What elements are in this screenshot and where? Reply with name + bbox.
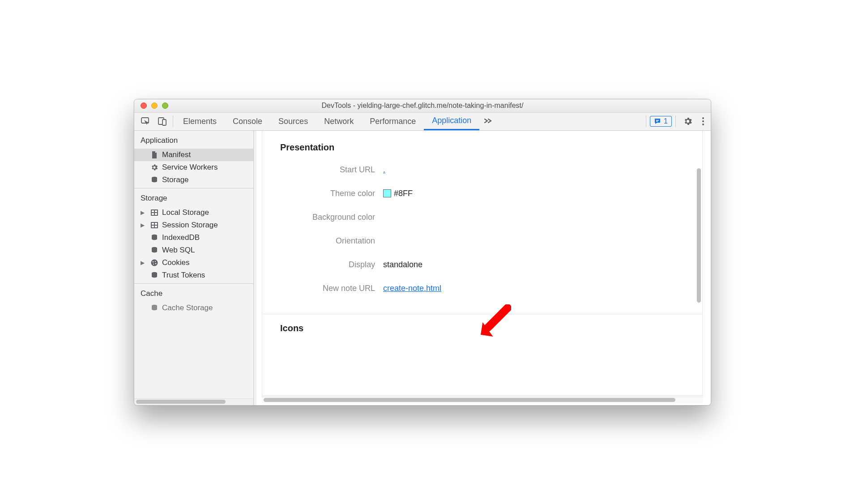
grid-icon — [150, 221, 158, 229]
chevron-right-icon: ▶ — [141, 222, 145, 228]
color-swatch-icon — [383, 189, 391, 197]
more-tabs-button[interactable] — [479, 117, 497, 126]
sidebar: Application Manifest Service Workers Sto… — [134, 131, 254, 405]
sidebar-item-websql[interactable]: Web SQL — [134, 244, 253, 256]
body-area: Application Manifest Service Workers Sto… — [134, 131, 711, 405]
tab-performance[interactable]: Performance — [362, 113, 424, 130]
sidebar-item-cache-storage[interactable]: Cache Storage — [134, 302, 253, 314]
section-heading-presentation: Presentation — [262, 131, 702, 158]
scrollbar-thumb[interactable] — [136, 400, 226, 404]
database-icon — [150, 304, 158, 312]
sidebar-item-local-storage[interactable]: ▶ Local Storage — [134, 206, 253, 219]
svg-rect-3 — [656, 120, 659, 121]
sidebar-item-indexeddb[interactable]: IndexedDB — [134, 231, 253, 244]
main-vertical-scrollbar[interactable] — [696, 132, 701, 329]
sidebar-item-storage-overview[interactable]: Storage — [134, 174, 253, 186]
label-new-note-url: New note URL — [262, 284, 383, 293]
sidebar-item-label: Cache Storage — [162, 303, 213, 312]
main-panel: Presentation Start URL . Theme color #8F… — [256, 131, 711, 405]
theme-color-value: #8FF — [394, 189, 413, 198]
sidebar-item-manifest[interactable]: Manifest — [134, 149, 253, 161]
svg-rect-12 — [152, 213, 154, 215]
sidebar-item-label: Trust Tokens — [162, 271, 205, 280]
maximize-window-button[interactable] — [162, 103, 168, 109]
svg-point-5 — [702, 117, 704, 119]
svg-point-6 — [702, 120, 704, 122]
titlebar: DevTools - yielding-large-chef.glitch.me… — [134, 99, 711, 113]
label-start-url: Start URL — [262, 165, 383, 175]
toolbar-separator — [173, 115, 173, 127]
tab-elements[interactable]: Elements — [175, 113, 225, 130]
label-display: Display — [262, 260, 383, 269]
svg-point-7 — [702, 124, 704, 125]
tab-application[interactable]: Application — [424, 113, 479, 130]
label-theme-color: Theme color — [262, 189, 383, 198]
settings-icon[interactable] — [679, 115, 696, 128]
inspect-element-icon[interactable] — [137, 115, 154, 128]
scrollbar-thumb[interactable] — [264, 398, 675, 402]
issues-button[interactable]: 1 — [650, 116, 672, 127]
chevron-right-icon: ▶ — [141, 209, 145, 216]
device-toolbar-icon[interactable] — [154, 115, 171, 128]
tab-console[interactable]: Console — [225, 113, 270, 130]
svg-rect-17 — [152, 226, 154, 227]
sidebar-section-storage: Storage — [134, 188, 253, 206]
sidebar-item-service-workers[interactable]: Service Workers — [134, 161, 253, 174]
sidebar-item-label: Storage — [162, 175, 189, 184]
database-icon — [150, 271, 158, 279]
sidebar-item-label: Service Workers — [162, 163, 218, 172]
gear-icon — [150, 163, 158, 171]
sidebar-item-label: Session Storage — [162, 221, 218, 230]
main-scroll-area: Presentation Start URL . Theme color #8F… — [262, 131, 703, 396]
scrollbar-thumb[interactable] — [697, 168, 701, 303]
window-controls — [141, 103, 168, 109]
sidebar-item-session-storage[interactable]: ▶ Session Storage — [134, 219, 253, 231]
window-title: DevTools - yielding-large-chef.glitch.me… — [134, 102, 711, 110]
row-background-color: Background color — [262, 205, 702, 229]
toolbar-separator — [646, 115, 646, 127]
tab-sources[interactable]: Sources — [270, 113, 316, 130]
sidebar-item-label: Cookies — [162, 258, 189, 267]
svg-rect-18 — [155, 226, 157, 227]
close-window-button[interactable] — [141, 103, 147, 109]
row-start-url: Start URL . — [262, 158, 702, 182]
kebab-menu-icon[interactable] — [698, 115, 708, 128]
sidebar-section-cache: Cache — [134, 284, 253, 302]
sidebar-item-label: Web SQL — [162, 246, 195, 255]
row-orientation: Orientation — [262, 229, 702, 253]
sidebar-horizontal-scrollbar[interactable] — [134, 398, 253, 405]
database-icon — [150, 234, 158, 242]
svg-rect-10 — [152, 210, 154, 212]
database-icon — [150, 246, 158, 254]
sidebar-item-cookies[interactable]: ▶ Cookies — [134, 256, 253, 269]
issues-count: 1 — [664, 117, 668, 125]
section-heading-icons: Icons — [262, 314, 702, 339]
sidebar-item-trust-tokens[interactable]: Trust Tokens — [134, 269, 253, 282]
row-theme-color: Theme color #8FF — [262, 182, 702, 205]
sidebar-item-label: IndexedDB — [162, 233, 200, 242]
svg-rect-11 — [155, 210, 157, 212]
cookie-icon — [150, 259, 158, 267]
main-toolbar: Elements Console Sources Network Perform… — [134, 113, 711, 131]
panel-tabs: Elements Console Sources Network Perform… — [175, 113, 479, 130]
svg-point-22 — [153, 261, 154, 262]
main-horizontal-scrollbar[interactable] — [262, 397, 703, 403]
minimize-window-button[interactable] — [151, 103, 158, 109]
row-display: Display standalone — [262, 253, 702, 277]
svg-rect-2 — [162, 120, 166, 125]
svg-point-25 — [153, 263, 154, 264]
row-new-note-url: New note URL create-note.html — [262, 277, 702, 300]
start-url-link[interactable]: . — [383, 165, 385, 175]
sidebar-item-label: Local Storage — [162, 208, 209, 217]
toolbar-separator — [675, 115, 676, 127]
tab-network[interactable]: Network — [316, 113, 362, 130]
svg-rect-4 — [656, 121, 658, 122]
file-icon — [150, 151, 158, 159]
chevron-right-icon: ▶ — [141, 260, 145, 266]
issues-icon — [654, 118, 661, 125]
sidebar-section-application: Application — [134, 131, 253, 149]
svg-point-21 — [151, 259, 158, 266]
sidebar-item-label: Manifest — [162, 150, 191, 159]
database-icon — [150, 176, 158, 184]
new-note-url-link[interactable]: create-note.html — [383, 284, 441, 293]
